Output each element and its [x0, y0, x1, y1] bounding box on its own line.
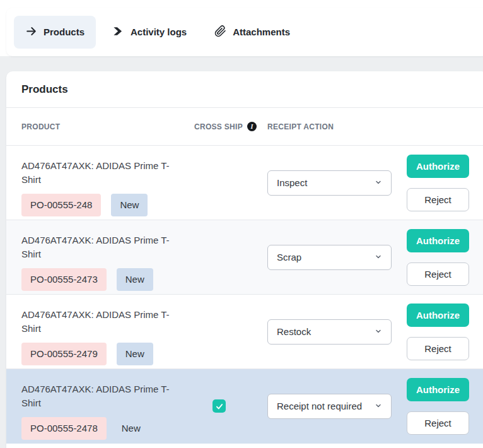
receipt-action-select[interactable]: Receipt not required [267, 394, 392, 419]
reject-button[interactable]: Reject [407, 188, 469, 211]
arrow-right-icon [25, 25, 37, 39]
tab-attachments[interactable]: Attachments [203, 16, 301, 49]
product-name: AD476AT47AXK: ADIDAS Prime T-Shirt [21, 308, 172, 336]
authorize-button[interactable]: Authorize [407, 155, 469, 178]
table-row: AD476AT47AXK: ADIDAS Prime T-Shirt PO-00… [6, 220, 483, 295]
reject-button[interactable]: Reject [407, 411, 469, 435]
receipt-action-select[interactable]: Restock [267, 319, 392, 345]
column-header-receipt-action: RECEIPT ACTION [267, 122, 406, 131]
tab-label: Products [44, 27, 84, 37]
activity-chevron-icon [112, 25, 124, 39]
products-panel: Products PRODUCT CROSS SHIP i RECEIPT AC… [6, 71, 483, 448]
status-badge: New [117, 343, 153, 365]
receipt-action-select[interactable]: Inspect [267, 170, 392, 196]
receipt-action-value: Inspect [277, 177, 307, 188]
po-badge: PO-00555-2478 [21, 417, 107, 440]
authorize-button[interactable]: Authorize [407, 229, 469, 252]
tab-bar: Products Activity logs Attachments [6, 8, 483, 56]
table-row: AD476AT47AXK: ADIDAS Prime T-Shirt PO-00… [6, 295, 483, 369]
reject-button[interactable]: Reject [407, 262, 469, 286]
chevron-down-icon [375, 326, 382, 337]
table-row: AD476AT47AXK: ADIDAS Prime T-Shirt PO-00… [6, 369, 483, 444]
cross-ship-checkbox[interactable] [212, 399, 226, 413]
tab-label: Attachments [233, 27, 290, 37]
status-badge: New [117, 268, 153, 291]
receipt-action-select[interactable]: Scrap [267, 245, 392, 270]
receipt-action-value: Restock [277, 326, 311, 337]
product-name: AD476AT47AXK: ADIDAS Prime T-Shirt [21, 382, 172, 410]
product-name: AD476AT47AXK: ADIDAS Prime T-Shirt [21, 233, 172, 261]
status-badge: New [117, 417, 149, 440]
authorize-button[interactable]: Authorize [407, 378, 469, 401]
status-badge: New [111, 194, 148, 216]
product-name: AD476AT47AXK: ADIDAS Prime T-Shirt [21, 159, 172, 187]
receipt-action-value: Scrap [277, 252, 301, 262]
chevron-down-icon [375, 401, 382, 411]
column-header-product: PRODUCT [21, 122, 194, 131]
reject-button[interactable]: Reject [407, 337, 469, 360]
tab-label: Activity logs [131, 27, 187, 37]
cross-ship-cell [194, 295, 267, 368]
column-header-label: CROSS SHIP [194, 122, 243, 131]
chevron-down-icon [375, 177, 382, 188]
column-header-cross-ship: CROSS SHIP i [194, 122, 267, 131]
cross-ship-cell [194, 220, 267, 294]
cross-ship-cell [194, 146, 267, 220]
paperclip-icon [214, 25, 226, 39]
panel-title: Products [6, 71, 483, 108]
receipt-action-value: Receipt not required [277, 401, 362, 411]
cross-ship-cell [194, 369, 267, 443]
tab-activity-logs[interactable]: Activity logs [101, 16, 198, 49]
po-badge: PO-00555-248 [21, 194, 101, 216]
tab-products[interactable]: Products [14, 16, 96, 49]
table-header: PRODUCT CROSS SHIP i RECEIPT ACTION [6, 108, 483, 146]
authorize-button[interactable]: Authorize [407, 304, 469, 327]
po-badge: PO-00555-2479 [21, 343, 107, 365]
table-row: AD476AT47AXK: ADIDAS Prime T-Shirt PO-00… [6, 146, 483, 220]
po-badge: PO-00555-2473 [21, 268, 107, 291]
info-icon[interactable]: i [247, 122, 257, 131]
chevron-down-icon [375, 252, 382, 262]
